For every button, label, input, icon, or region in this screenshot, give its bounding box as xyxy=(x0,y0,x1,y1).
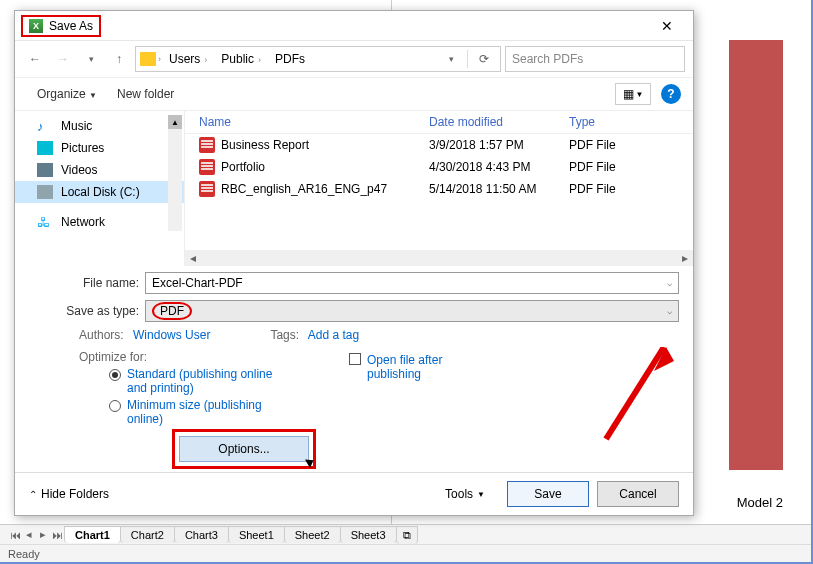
search-input[interactable]: Search PDFs xyxy=(505,46,685,72)
tab-last-icon[interactable]: ⏭ xyxy=(50,529,64,541)
title-caption: X Save As xyxy=(21,15,101,37)
file-row[interactable]: Portfolio 4/30/2018 4:43 PM PDF File xyxy=(185,156,693,178)
scroll-up-icon[interactable]: ▲ xyxy=(168,115,182,129)
up-button[interactable]: ↑ xyxy=(107,47,131,71)
help-button[interactable]: ? xyxy=(661,84,681,104)
sheet-tab[interactable]: Sheet3 xyxy=(340,526,397,543)
sheet-tab[interactable]: Chart2 xyxy=(120,526,175,543)
radio-standard[interactable]: Standard (publishing online and printing… xyxy=(109,367,309,395)
sidebar-item-videos[interactable]: Videos xyxy=(15,159,184,181)
column-headers: Name Date modified Type xyxy=(185,111,693,134)
chevron-right-icon[interactable]: › xyxy=(158,54,161,64)
cursor-icon xyxy=(305,456,316,468)
tags-value[interactable]: Add a tag xyxy=(308,328,359,342)
sheet-tabs: ⏮ ◂ ▸ ⏭ Chart1 Chart2 Chart3 Sheet1 Shee… xyxy=(0,524,811,544)
breadcrumb-item[interactable]: Public› xyxy=(215,52,267,66)
nav-pane: ♪ Music Pictures Videos Local Disk (C:) … xyxy=(15,111,185,266)
breadcrumb-item[interactable]: Users› xyxy=(163,52,213,66)
disk-icon xyxy=(37,185,53,199)
view-button[interactable]: ▦ ▼ xyxy=(615,83,651,105)
filename-input[interactable]: Excel-Chart-PDF ⌵ xyxy=(145,272,679,294)
h-scrollbar[interactable]: ◂ ▸ xyxy=(185,250,693,266)
savetype-label: Save as type: xyxy=(29,304,139,318)
back-button[interactable]: ← xyxy=(23,47,47,71)
close-button[interactable]: ✕ xyxy=(647,13,687,39)
tags-label: Tags: xyxy=(270,328,299,342)
file-list: Name Date modified Type Business Report … xyxy=(185,111,693,266)
organize-menu[interactable]: Organize ▼ xyxy=(27,83,107,105)
radio-minimum[interactable]: Minimum size (publishing online) xyxy=(109,398,309,426)
tab-next-icon[interactable]: ▸ xyxy=(36,528,50,541)
authors-label: Authors: xyxy=(79,328,124,342)
sidebar-item-music[interactable]: ♪ Music xyxy=(15,115,184,137)
refresh-button[interactable]: ⟳ xyxy=(472,47,496,71)
network-icon: 🖧 xyxy=(37,215,53,229)
videos-icon xyxy=(37,163,53,177)
recent-dropdown[interactable]: ▾ xyxy=(79,47,103,71)
window-title: Save As xyxy=(49,19,93,33)
chevron-down-icon[interactable]: ⌵ xyxy=(667,306,672,316)
sidebar-item-pictures[interactable]: Pictures xyxy=(15,137,184,159)
sheet-tab[interactable]: Sheet1 xyxy=(228,526,285,543)
chart-label: Model 2 xyxy=(737,495,783,510)
insert-sheet-button[interactable]: ⧉ xyxy=(396,526,418,544)
filename-label: File name: xyxy=(29,276,139,290)
pdf-icon xyxy=(199,159,215,175)
col-name[interactable]: Name xyxy=(199,115,429,129)
open-after-checkbox[interactable]: Open file after publishing xyxy=(349,353,487,381)
sheet-tab[interactable]: Sheet2 xyxy=(284,526,341,543)
status-bar: Ready xyxy=(0,544,811,562)
file-row[interactable]: RBC_english_AR16_ENG_p47 5/14/2018 11:50… xyxy=(185,178,693,200)
explorer-body: ♪ Music Pictures Videos Local Disk (C:) … xyxy=(15,111,693,266)
options-button[interactable]: Options... xyxy=(179,436,309,462)
tab-first-icon[interactable]: ⏮ xyxy=(8,529,22,541)
authors-value[interactable]: Windows User xyxy=(133,328,210,342)
save-as-dialog: X Save As ✕ ← → ▾ ↑ › Users› Public› PDF… xyxy=(14,10,694,516)
save-form: File name: Excel-Chart-PDF ⌵ Save as typ… xyxy=(15,266,693,472)
radio-icon xyxy=(109,400,121,412)
save-button[interactable]: Save xyxy=(507,481,589,507)
folder-icon xyxy=(140,52,156,66)
savetype-dropdown[interactable]: PDF ⌵ xyxy=(145,300,679,322)
breadcrumb-item[interactable]: PDFs xyxy=(269,52,311,66)
address-bar-row: ← → ▾ ↑ › Users› Public› PDFs ▾ ⟳ Search… xyxy=(15,41,693,77)
tools-menu[interactable]: Tools▼ xyxy=(445,487,485,501)
breadcrumb[interactable]: › Users› Public› PDFs ▾ ⟳ xyxy=(135,46,501,72)
hide-folders-button[interactable]: ⌃ Hide Folders xyxy=(29,487,109,501)
excel-icon: X xyxy=(29,19,43,33)
optimize-label: Optimize for: xyxy=(79,350,147,364)
sidebar-item-network[interactable]: 🖧 Network xyxy=(15,211,184,233)
checkbox-icon xyxy=(349,353,361,365)
file-row[interactable]: Business Report 3/9/2018 1:57 PM PDF Fil… xyxy=(185,134,693,156)
sheet-tab[interactable]: Chart1 xyxy=(64,526,121,543)
scroll-right-icon[interactable]: ▸ xyxy=(677,250,693,266)
scrollbar[interactable] xyxy=(168,115,182,231)
chevron-down-icon[interactable]: ⌵ xyxy=(667,278,672,288)
forward-button[interactable]: → xyxy=(51,47,75,71)
scroll-left-icon[interactable]: ◂ xyxy=(185,250,201,266)
pdf-icon xyxy=(199,181,215,197)
pdf-icon xyxy=(199,137,215,153)
toolbar: Organize ▼ New folder ▦ ▼ ? xyxy=(15,77,693,111)
col-type[interactable]: Type xyxy=(569,115,683,129)
tab-prev-icon[interactable]: ◂ xyxy=(22,528,36,541)
chevron-down-icon[interactable]: ▾ xyxy=(439,47,463,71)
new-folder-button[interactable]: New folder xyxy=(107,83,184,105)
sidebar-item-local-disk[interactable]: Local Disk (C:) xyxy=(15,181,184,203)
cancel-button[interactable]: Cancel xyxy=(597,481,679,507)
titlebar: X Save As ✕ xyxy=(15,11,693,41)
music-icon: ♪ xyxy=(37,119,53,133)
pictures-icon xyxy=(37,141,53,155)
chart-bar xyxy=(729,40,783,470)
dialog-bottom: ⌃ Hide Folders Tools▼ Save Cancel xyxy=(15,472,693,515)
radio-icon xyxy=(109,369,121,381)
col-date[interactable]: Date modified xyxy=(429,115,569,129)
sheet-tab[interactable]: Chart3 xyxy=(174,526,229,543)
